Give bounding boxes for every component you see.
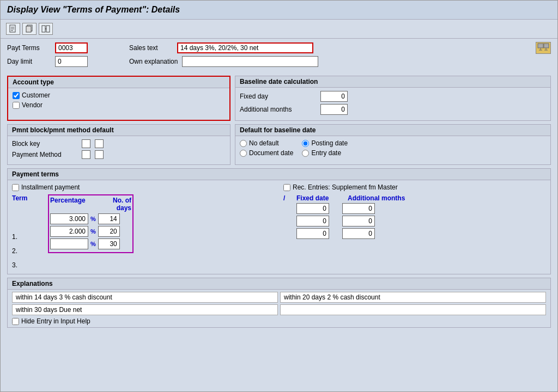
default-baseline-title: Default for baseline date (235, 125, 550, 136)
pmnt-block-title: Pmnt block/pmnt method default (8, 125, 230, 136)
display-icon (537, 43, 549, 53)
vendor-row: Vendor (13, 101, 225, 109)
payment-method-row: Payment Method (12, 150, 226, 159)
installment-checkbox[interactable] (12, 184, 19, 191)
svg-rect-7 (46, 26, 50, 32)
percentage-header: Percentage (50, 197, 102, 212)
document-date-row: Document date (240, 149, 293, 157)
day-limit-label: Day limit (7, 58, 51, 65)
payment-terms-section: Payment terms Installment payment Term P… (7, 168, 551, 274)
default-baseline-content: No default Document date Posting date (235, 136, 550, 162)
svg-rect-10 (544, 44, 549, 48)
expl-row-2: within 30 days Due net (12, 304, 546, 315)
own-explanation-input[interactable] (182, 56, 318, 67)
account-type-title: Account type (8, 77, 229, 88)
payt-terms-input[interactable] (55, 42, 88, 53)
installment-label: Installment payment (21, 183, 80, 191)
day-limit-input[interactable] (55, 56, 88, 67)
no-default-row: No default (240, 139, 293, 147)
account-type-content: Customer Vendor (8, 88, 229, 114)
additional-months-pt-header: Additional months (348, 194, 413, 202)
section-row-2: Pmnt block/pmnt method default Block key… (7, 124, 551, 165)
content-area: Account type Customer Vendor Baseline da… (1, 71, 557, 335)
fixed-date-input-1[interactable] (296, 203, 329, 214)
payment-method-label: Payment Method (12, 151, 77, 158)
slash-header: / (283, 194, 294, 202)
term-label-1: 1. (12, 230, 275, 242)
payment-method-checkbox-1[interactable] (82, 150, 90, 159)
vendor-label: Vendor (22, 101, 43, 109)
expl-cell-1-2: within 20 days 2 % cash discount (280, 292, 546, 303)
fixed-date-input-3[interactable] (296, 228, 329, 239)
posting-date-radio[interactable] (302, 140, 309, 147)
expl-row-1: within 14 days 3 % cash discount within … (12, 292, 546, 303)
rec-entries-label: Rec. Entries: Supplement fm Master (293, 183, 398, 191)
vendor-checkbox[interactable] (13, 102, 20, 109)
additional-months-input-2[interactable] (342, 216, 375, 226)
additional-months-input[interactable] (320, 104, 348, 115)
block-key-row: Block key (12, 139, 226, 148)
payt-terms-row: Payt Terms Sales text (7, 42, 551, 54)
customer-checkbox[interactable] (13, 92, 20, 99)
posting-date-row: Posting date (302, 139, 348, 147)
pmnt-block-content: Block key Payment Method (8, 136, 230, 164)
customer-label: Customer (22, 91, 50, 99)
entry-date-radio[interactable] (302, 150, 309, 157)
rec-entries-row: Rec. Entries: Supplement fm Master (283, 183, 546, 191)
rec-entries-checkbox[interactable] (283, 184, 290, 191)
baseline-date-section: Baseline date calculation Fixed day Addi… (235, 76, 551, 121)
main-window: Display View "Terms of Payment": Details (0, 0, 558, 392)
title-bar: Display View "Terms of Payment": Details (1, 1, 557, 20)
baseline-right-col: Posting date Entry date (302, 139, 348, 159)
additional-months-row: Additional months (240, 104, 546, 115)
additional-months-input-1[interactable] (342, 203, 375, 214)
block-key-checkbox-1[interactable] (82, 139, 90, 148)
svg-rect-5 (26, 26, 31, 32)
additional-months-label: Additional months (240, 106, 316, 113)
additional-months-input-3[interactable] (342, 228, 375, 239)
fixed-date-input-2[interactable] (296, 216, 329, 226)
term-label-2: 2. (12, 244, 275, 256)
document-date-label: Document date (249, 149, 293, 157)
no-default-label: No default (249, 139, 279, 147)
baseline-left-col: No default Document date (240, 139, 293, 159)
pt-right-row-1 (283, 203, 546, 214)
pt-right-row-2 (283, 216, 546, 226)
posting-date-label: Posting date (311, 139, 348, 147)
sales-text-input[interactable] (177, 42, 313, 53)
term-label-3: 3. (12, 258, 275, 271)
svg-rect-6 (42, 26, 45, 32)
fixed-day-input[interactable] (320, 91, 348, 102)
hide-entry-label: Hide Entry in Input Help (21, 317, 90, 325)
customer-row: Customer (13, 91, 225, 99)
payment-method-checkbox-2[interactable] (95, 150, 104, 159)
baseline-date-title: Baseline date calculation (235, 76, 550, 88)
own-explanation-label: Own explanation (129, 58, 178, 65)
hide-entry-checkbox[interactable] (12, 318, 19, 325)
copy-icon (25, 24, 34, 33)
pmnt-block-section: Pmnt block/pmnt method default Block key… (7, 124, 231, 165)
section-row-1: Account type Customer Vendor Baseline da… (7, 76, 551, 121)
toolbar (1, 20, 557, 39)
document-date-radio[interactable] (240, 150, 247, 157)
account-type-section: Account type Customer Vendor (7, 76, 231, 121)
toolbar-btn-1[interactable] (6, 23, 20, 35)
pt-right-headers: / Fixed date Additional months (283, 194, 546, 202)
toolbar-btn-2[interactable] (22, 23, 37, 35)
term-label-0 (12, 215, 275, 228)
default-baseline-section: Default for baseline date No default Doc… (235, 124, 551, 165)
block-key-checkbox-2[interactable] (95, 139, 104, 148)
page-title: Display View "Terms of Payment": Details (7, 5, 551, 15)
entry-date-label: Entry date (311, 149, 341, 157)
expl-cell-2-1: within 30 days Due net (12, 304, 278, 315)
baseline-date-content: Fixed day Additional months (235, 88, 550, 120)
pt-right: Rec. Entries: Supplement fm Master / Fix… (283, 183, 546, 271)
fixed-day-row: Fixed day (240, 91, 546, 102)
payment-terms-content: Installment payment Term Percentage No. … (8, 180, 550, 274)
payt-terms-label: Payt Terms (7, 44, 51, 52)
corner-icon[interactable] (536, 42, 551, 54)
toolbar-btn-3[interactable] (39, 23, 53, 35)
no-default-radio[interactable] (240, 140, 247, 147)
block-key-label: Block key (12, 140, 77, 148)
link-icon (41, 24, 50, 33)
